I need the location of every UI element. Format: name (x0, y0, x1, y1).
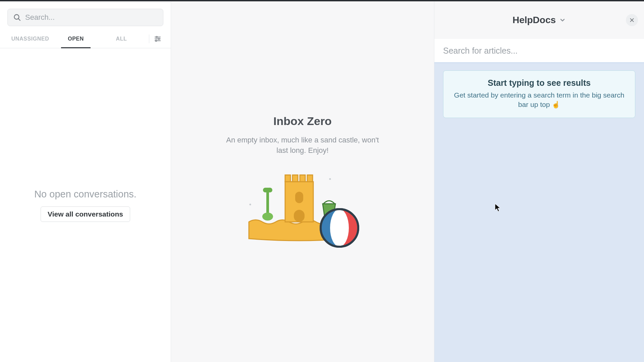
svg-rect-12 (263, 188, 272, 192)
view-all-conversations-button[interactable]: View all conversations (41, 206, 130, 222)
tab-all[interactable]: ALL (99, 29, 144, 48)
sand-castle-illustration (242, 172, 363, 249)
search-icon (13, 13, 21, 21)
search-hint-title: Start typing to see results (453, 78, 626, 88)
svg-point-22 (332, 209, 347, 247)
svg-point-5 (158, 38, 160, 39)
svg-rect-16 (292, 175, 298, 182)
search-hint-body-text: Get started by entering a search term in… (454, 91, 625, 108)
search-hint-card: Start typing to see results Get started … (443, 70, 635, 118)
mouse-cursor-icon (495, 203, 501, 212)
conversation-detail-panel: Inbox Zero An empty inbox, much like a s… (171, 1, 434, 362)
inbox-zero-subtitle: An empty inbox, much like a sand castle,… (225, 135, 380, 156)
helpdocs-header: HelpDocs (434, 1, 644, 39)
svg-rect-18 (307, 175, 313, 182)
inbox-zero-title: Inbox Zero (225, 115, 380, 128)
conversation-filter-tabs: UNASSIGNED OPEN ALL (0, 29, 171, 48)
svg-rect-20 (294, 210, 305, 222)
conversation-list-empty: No open conversations. View all conversa… (0, 48, 171, 362)
no-conversations-text: No open conversations. (34, 189, 137, 200)
helpdocs-panel: HelpDocs Start typing to (434, 1, 644, 362)
close-icon (629, 17, 635, 23)
svg-point-13 (262, 213, 273, 221)
filter-settings-button[interactable] (152, 33, 163, 45)
svg-rect-15 (285, 175, 290, 182)
svg-rect-19 (295, 192, 303, 203)
svg-point-7 (155, 40, 157, 41)
inbox-zero-empty-state: Inbox Zero An empty inbox, much like a s… (225, 115, 380, 249)
article-search-row (434, 39, 644, 63)
article-search-input[interactable] (443, 46, 635, 56)
svg-line-1 (18, 19, 20, 20)
app-root: UNASSIGNED OPEN ALL No open conv (0, 1, 644, 362)
svg-point-9 (329, 178, 331, 180)
svg-rect-11 (266, 192, 269, 215)
point-up-icon: ☝️ (552, 101, 560, 108)
sliders-icon (154, 35, 161, 43)
helpdocs-title-dropdown[interactable]: HelpDocs (513, 15, 566, 25)
search-hint-body: Get started by entering a search term in… (453, 90, 626, 110)
conversation-list-panel: UNASSIGNED OPEN ALL No open conv (0, 1, 171, 362)
svg-rect-17 (300, 175, 305, 182)
chevron-down-icon (559, 17, 566, 23)
svg-point-3 (156, 36, 157, 38)
search-box[interactable] (7, 9, 163, 26)
tab-unassigned[interactable]: UNASSIGNED (7, 29, 53, 48)
svg-point-8 (249, 204, 251, 205)
conversation-search-input[interactable] (25, 13, 158, 22)
close-helpdocs-button[interactable] (626, 14, 638, 26)
search-wrap (0, 1, 171, 29)
tabs-separator (149, 35, 149, 43)
tab-open[interactable]: OPEN (53, 29, 99, 48)
helpdocs-title-text: HelpDocs (513, 15, 556, 25)
